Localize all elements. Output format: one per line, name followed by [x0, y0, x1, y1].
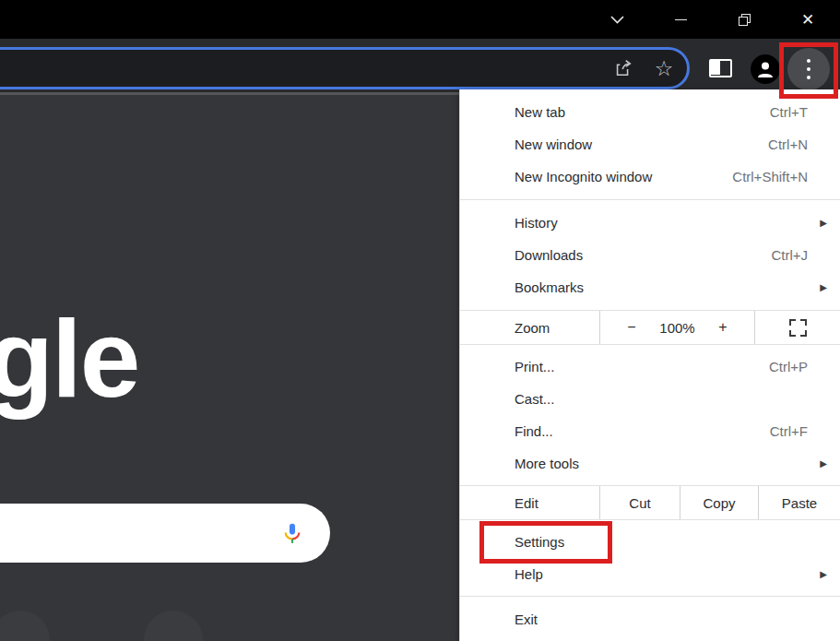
chevron-down-icon — [610, 16, 624, 24]
cut-button[interactable]: Cut — [600, 486, 680, 519]
titlebar: ✕ — [0, 0, 840, 39]
voice-search-mic-icon[interactable] — [280, 521, 304, 545]
toolbar: ☆ — [0, 39, 840, 92]
menu-item-new-incognito-window[interactable]: New Incognito window Ctrl+Shift+N — [460, 160, 840, 193]
menu-item-new-window[interactable]: New window Ctrl+N — [460, 128, 840, 160]
side-panel-icon — [709, 59, 732, 77]
fullscreen-icon — [789, 319, 807, 337]
menu-item-find[interactable]: Find... Ctrl+F — [460, 415, 840, 447]
omnibox[interactable]: ☆ — [0, 47, 690, 89]
menu-dots-button[interactable] — [787, 48, 830, 90]
shortcut-tile[interactable] — [144, 611, 203, 641]
restore-icon — [739, 14, 751, 26]
browser-window: ✕ ☆ — [0, 0, 840, 641]
minimize-icon — [675, 19, 687, 20]
zoom-level-value: 100% — [659, 320, 694, 336]
menu-item-print[interactable]: Print... Ctrl+P — [460, 350, 840, 383]
shortcut-label: Ctrl+Shift+N — [732, 169, 808, 184]
menu-zoom-row: Zoom − 100% + — [460, 311, 840, 344]
tab-search-button[interactable] — [596, 0, 638, 39]
submenu-arrow-icon: ▶ — [820, 218, 827, 228]
restore-button[interactable] — [723, 0, 765, 39]
shortcut-label: Ctrl+F — [770, 423, 808, 439]
search-input[interactable] — [0, 504, 330, 563]
copy-button[interactable]: Copy — [680, 486, 759, 519]
paste-button[interactable]: Paste — [759, 486, 840, 519]
avatar-icon — [754, 58, 776, 80]
close-button[interactable]: ✕ — [787, 0, 829, 39]
menu-item-bookmarks[interactable]: Bookmarks ▶ — [460, 271, 840, 303]
submenu-arrow-icon: ▶ — [820, 282, 827, 292]
shortcut-label: Ctrl+T — [770, 104, 808, 120]
menu-item-more-tools[interactable]: More tools ▶ — [460, 447, 840, 480]
zoom-in-button[interactable]: + — [714, 319, 732, 336]
menu-item-history[interactable]: History ▶ — [460, 207, 840, 239]
zoom-label: Zoom — [460, 311, 600, 344]
side-panel-button[interactable] — [699, 54, 741, 82]
shortcut-label: Ctrl+J — [771, 247, 808, 263]
shortcut-label: Ctrl+N — [768, 137, 808, 152]
minimize-button[interactable] — [659, 0, 702, 39]
chrome-menu: New tab Ctrl+T New window Ctrl+N New Inc… — [459, 89, 840, 641]
fullscreen-button[interactable] — [755, 311, 840, 344]
menu-item-exit[interactable]: Exit — [460, 603, 840, 635]
menu-item-settings[interactable]: Settings — [460, 526, 840, 558]
shortcut-tile[interactable] — [0, 611, 50, 641]
menu-item-cast[interactable]: Cast... — [460, 383, 840, 415]
menu-dots-icon — [807, 59, 811, 64]
submenu-arrow-icon: ▶ — [820, 569, 827, 579]
bookmark-star-icon[interactable]: ☆ — [652, 56, 676, 80]
menu-item-downloads[interactable]: Downloads Ctrl+J — [460, 239, 840, 271]
edit-label: Edit — [460, 486, 600, 519]
menu-edit-row: Edit Cut Copy Paste — [460, 486, 840, 519]
menu-item-new-tab[interactable]: New tab Ctrl+T — [460, 96, 840, 128]
share-icon[interactable] — [611, 56, 635, 80]
close-icon: ✕ — [801, 12, 814, 28]
shortcut-label: Ctrl+P — [769, 359, 808, 374]
profile-avatar-button[interactable] — [751, 54, 780, 84]
menu-item-help[interactable]: Help ▶ — [460, 558, 840, 590]
zoom-out-button[interactable]: − — [622, 319, 641, 336]
submenu-arrow-icon: ▶ — [820, 458, 827, 469]
google-logo-partial: gle — [0, 296, 139, 421]
